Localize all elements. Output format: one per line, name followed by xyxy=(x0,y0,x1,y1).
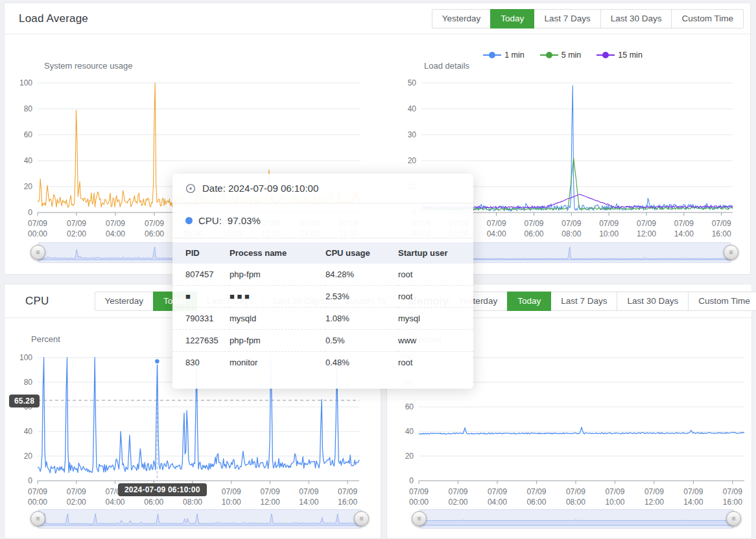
svg-text:14:00: 14:00 xyxy=(683,498,703,507)
process-row: 790331mysqld1.08%mysql xyxy=(172,308,473,330)
load-average-btn-today[interactable]: Today xyxy=(490,9,534,29)
svg-text:20: 20 xyxy=(405,452,414,461)
load-average-btn-yesterday[interactable]: Yesterday xyxy=(432,9,491,29)
datazoom-handle-right[interactable]: ≡ xyxy=(726,511,741,526)
svg-text:07/09: 07/09 xyxy=(644,487,664,496)
svg-text:12:00: 12:00 xyxy=(644,498,664,507)
process-cell: ■ ■ ■ xyxy=(230,286,325,308)
tooltip-cpu-value: 97.03% xyxy=(228,215,261,226)
average-line-label: 65.28 xyxy=(9,395,40,407)
svg-text:10:00: 10:00 xyxy=(222,498,241,507)
datazoom-handle-left[interactable]: ≡ xyxy=(412,511,427,526)
process-cell: 1227635 xyxy=(172,330,230,352)
svg-text:07/09: 07/09 xyxy=(28,219,47,228)
datazoom-handle-right[interactable]: ≡ xyxy=(724,245,738,260)
process-row: ■■ ■ ■2.53%root xyxy=(172,286,473,308)
tooltip-date-text: Date: 2024-07-09 06:10:00 xyxy=(202,183,318,194)
svg-text:07/09: 07/09 xyxy=(67,219,86,228)
svg-text:08:00: 08:00 xyxy=(566,498,585,507)
svg-text:07/09: 07/09 xyxy=(566,487,585,496)
svg-text:10:00: 10:00 xyxy=(599,229,619,238)
legend-item-1-min[interactable]: 1 min xyxy=(483,51,525,60)
svg-text:07/09: 07/09 xyxy=(487,219,506,228)
svg-text:07/09: 07/09 xyxy=(683,487,703,496)
svg-text:07/09: 07/09 xyxy=(67,487,86,496)
process-cell: 2.53% xyxy=(325,286,398,308)
process-cell: root xyxy=(398,286,473,308)
svg-text:80: 80 xyxy=(24,104,33,113)
svg-text:00:00: 00:00 xyxy=(28,229,47,238)
process-row: 830monitor0.48%root xyxy=(172,352,473,374)
process-cell: 807457 xyxy=(172,264,230,286)
datazoom-handle-left[interactable]: ≡ xyxy=(30,245,45,260)
svg-text:04:00: 04:00 xyxy=(487,229,506,238)
svg-text:60: 60 xyxy=(405,402,414,411)
process-cell: mysqld xyxy=(230,308,325,330)
legend-item-5-min[interactable]: 5 min xyxy=(540,51,582,60)
svg-text:07/09: 07/09 xyxy=(338,487,357,496)
process-col-cpu-usage: CPU usage xyxy=(325,242,398,264)
svg-text:07/09: 07/09 xyxy=(222,487,241,496)
svg-text:50: 50 xyxy=(408,78,417,87)
process-row: 1227635php-fpm0.5%www xyxy=(172,330,473,352)
process-cell: php-fpm xyxy=(230,330,325,352)
svg-text:08:00: 08:00 xyxy=(183,498,202,507)
memory-datazoom-slider[interactable]: ≡≡ xyxy=(419,509,734,529)
memory-btn-last-30-days[interactable]: Last 30 Days xyxy=(617,292,689,311)
memory-btn-today[interactable]: Today xyxy=(507,292,551,311)
svg-text:07/09: 07/09 xyxy=(524,219,543,228)
load-average-time-range: YesterdayTodayLast 7 DaysLast 30 DaysCus… xyxy=(432,9,744,29)
svg-text:07/09: 07/09 xyxy=(605,487,624,496)
svg-text:06:00: 06:00 xyxy=(526,498,546,507)
svg-text:08:00: 08:00 xyxy=(561,229,581,238)
datazoom-handle-left[interactable]: ≡ xyxy=(30,511,45,526)
tooltip-date-row: Date: 2024-07-09 06:10:00 xyxy=(172,174,473,203)
legend-label: 5 min xyxy=(561,51,582,60)
svg-text:07/09: 07/09 xyxy=(637,219,656,228)
svg-text:04:00: 04:00 xyxy=(106,229,125,238)
process-cell: 0.48% xyxy=(325,352,398,374)
svg-text:00:00: 00:00 xyxy=(409,498,429,507)
svg-text:07/09: 07/09 xyxy=(299,487,318,496)
svg-text:04:00: 04:00 xyxy=(106,498,125,507)
svg-text:07/09: 07/09 xyxy=(448,487,467,496)
load-average-btn-last-7-days[interactable]: Last 7 Days xyxy=(534,9,600,29)
svg-text:16:00: 16:00 xyxy=(712,229,731,238)
svg-text:0: 0 xyxy=(409,476,414,485)
svg-text:07/09: 07/09 xyxy=(561,219,581,228)
legend-item-15-min[interactable]: 15 min xyxy=(597,51,643,60)
process-table: PIDProcess nameCPU usageStartup user 807… xyxy=(172,242,473,373)
svg-text:40: 40 xyxy=(408,104,417,113)
svg-text:07/09: 07/09 xyxy=(674,219,694,228)
memory-time-range: YesterdayTodayLast 7 DaysLast 30 DaysCus… xyxy=(449,292,756,311)
svg-text:07/09: 07/09 xyxy=(106,219,125,228)
svg-text:20: 20 xyxy=(408,156,417,165)
cpu-btn-yesterday[interactable]: Yesterday xyxy=(95,292,154,311)
svg-text:0: 0 xyxy=(28,208,32,217)
process-cell: php-fpm xyxy=(230,264,325,286)
svg-text:06:00: 06:00 xyxy=(144,498,163,507)
process-cell: 790331 xyxy=(172,308,230,330)
process-col-pid: PID xyxy=(172,242,230,264)
process-row: 807457php-fpm84.28%root xyxy=(172,264,473,286)
cpu-datazoom-slider[interactable]: ≡≡ xyxy=(38,509,362,529)
svg-text:14:00: 14:00 xyxy=(299,498,318,507)
process-cell: 1.08% xyxy=(325,308,398,330)
svg-text:02:00: 02:00 xyxy=(67,229,86,238)
chart-tooltip: Date: 2024-07-09 06:10:00 CPU: 97.03% PI… xyxy=(172,174,473,389)
datazoom-handle-right[interactable]: ≡ xyxy=(354,511,369,526)
svg-text:06:00: 06:00 xyxy=(145,229,164,238)
cpu-series-dot-icon xyxy=(185,217,193,224)
load-average-btn-custom-time[interactable]: Custom Time xyxy=(671,9,744,29)
memory-btn-last-7-days[interactable]: Last 7 Days xyxy=(550,292,617,311)
svg-text:14:00: 14:00 xyxy=(674,229,694,238)
svg-text:07/09: 07/09 xyxy=(261,487,280,496)
svg-text:07/09: 07/09 xyxy=(145,219,164,228)
memory-btn-custom-time[interactable]: Custom Time xyxy=(688,292,756,311)
svg-text:Percent: Percent xyxy=(31,334,60,344)
load-average-btn-last-30-days[interactable]: Last 30 Days xyxy=(600,9,672,29)
monitor-page: { "load_average": { "title": "Load Avera… xyxy=(0,0,756,539)
legend-label: 1 min xyxy=(504,51,525,60)
process-cell: ■ xyxy=(172,286,230,308)
svg-text:07/09: 07/09 xyxy=(409,487,429,496)
